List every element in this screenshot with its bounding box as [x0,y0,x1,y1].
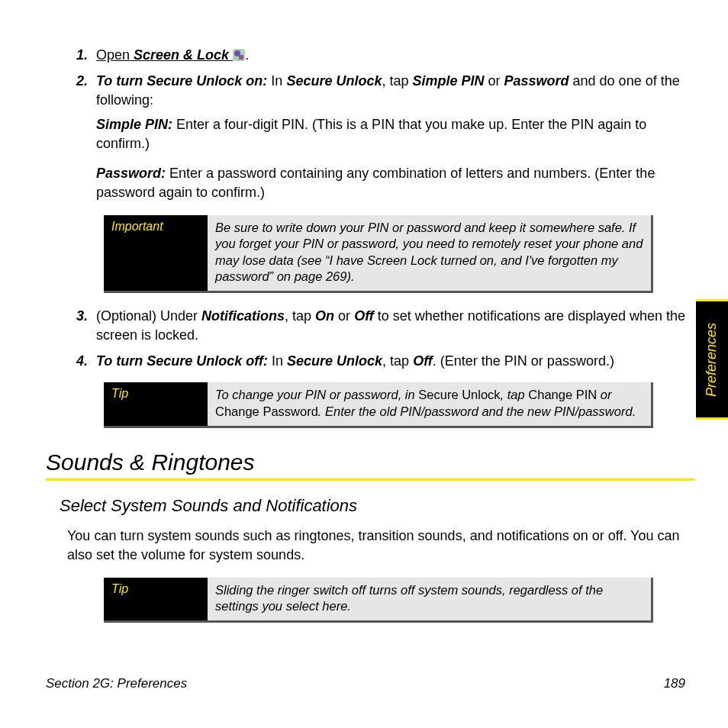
step-number: 3. [76,307,88,325]
page-content: 1. Open Screen & Lock . 2. To turn Secur… [46,46,687,623]
callout-body: Be sure to write down your PIN or passwo… [208,215,651,292]
step-1: 1. Open Screen & Lock . [76,46,687,64]
footer-section: Section 2G: Preferences [46,676,187,691]
step-2: 2. To turn Secure Unlock on: In Secure U… [76,72,687,202]
screen-lock-icon [233,47,245,60]
step-4: 4. To turn Secure Unlock off: In Secure … [76,352,687,370]
step-2-password: Password: Enter a password containing an… [96,164,687,202]
side-tab-preferences[interactable]: Preferences [696,299,728,420]
section-underline [46,478,694,481]
callout-tip-2: Tip Sliding the ringer switch off turns … [104,578,653,623]
callout-tip-1: Tip To change your PIN or password, in S… [104,382,653,428]
steps-list: 1. Open Screen & Lock . 2. To turn Secur… [76,46,687,203]
body-paragraph: You can turn system sounds such as ringt… [67,527,687,565]
callout-body: To change your PIN or password, in Secur… [208,382,651,426]
callout-label: Tip [104,578,208,621]
step-number: 4. [76,352,88,370]
subsection-title: Select System Sounds and Notifications [60,496,687,516]
callout-label: Important [104,215,208,292]
steps-list-cont: 3. (Optional) Under Notifications, tap O… [76,307,687,370]
svg-rect-2 [239,55,243,60]
side-tab-label: Preferences [704,322,720,396]
callout-label: Tip [104,382,208,426]
step-2-simple-pin: Simple PIN: Enter a four-digit PIN. (Thi… [96,115,687,153]
footer-page-number: 189 [664,676,685,691]
step-number: 2. [76,72,88,90]
step-number: 1. [76,46,88,64]
step-3: 3. (Optional) Under Notifications, tap O… [76,307,687,344]
section-title: Sounds & Ringtones [46,449,687,475]
page-footer: Section 2G: Preferences 189 [46,676,685,691]
open-link[interactable]: Open Screen & Lock [96,47,233,63]
callout-important: Important Be sure to write down your PIN… [104,215,653,294]
callout-body: Sliding the ringer switch off turns off … [208,578,651,621]
